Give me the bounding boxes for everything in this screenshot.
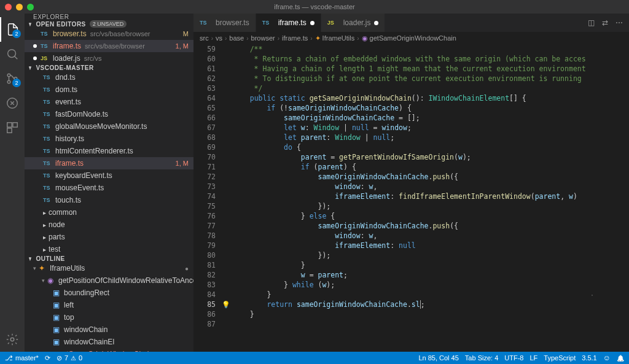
outline-item[interactable]: ▣windowChain <box>25 323 193 336</box>
folder-item[interactable]: ▸test <box>25 243 193 255</box>
file-item[interactable]: TSdom.ts <box>25 83 193 96</box>
feedback-icon[interactable] <box>603 354 611 362</box>
folder-header[interactable]: ▼ VSCODE-MASTER <box>25 64 193 71</box>
svg-rect-5 <box>7 123 12 127</box>
extensions-icon[interactable] <box>0 115 25 140</box>
editor-area: TSbrowser.tsTSiframe.tsJSloader.js ◫ ⇄ ⋯… <box>193 14 629 352</box>
breadcrumb-item[interactable]: ✦ IframeUtils <box>315 34 355 42</box>
unsaved-badge: 2 UNSAVED <box>90 20 127 28</box>
compare-icon[interactable]: ⇄ <box>602 18 608 27</box>
activity-bar: 2 2 <box>0 14 25 352</box>
file-item[interactable]: TSmouseEvent.ts <box>25 182 193 194</box>
maximize-window-button[interactable] <box>27 4 34 10</box>
svg-point-8 <box>10 338 14 341</box>
more-icon[interactable]: ⋯ <box>615 18 623 27</box>
outline-item[interactable]: ▣boundingRect <box>25 287 193 299</box>
eol[interactable]: LF <box>529 354 537 362</box>
cursor-position[interactable]: Ln 85, Col 45 <box>418 354 458 362</box>
file-item[interactable]: TSglobalMouseMoveMonitor.ts <box>25 120 193 133</box>
svg-point-0 <box>8 50 16 58</box>
open-editors-header[interactable]: ▼ OPEN EDITORS 2 UNSAVED <box>25 20 193 28</box>
outline-item[interactable]: ▣windowChainEl <box>25 336 193 348</box>
source-control-icon[interactable]: 2 <box>0 66 25 91</box>
file-item[interactable]: TSfastDomNode.ts <box>25 108 193 120</box>
folder-item[interactable]: ▸common <box>25 206 193 219</box>
close-window-button[interactable] <box>5 4 12 10</box>
problems[interactable]: 7 0 <box>57 354 82 362</box>
tab-size[interactable]: Tab Size: 4 <box>465 354 498 362</box>
outline-item[interactable]: ▣left <box>25 299 193 311</box>
ts-version[interactable]: 3.5.1 <box>582 354 596 362</box>
minimize-window-button[interactable] <box>16 4 23 10</box>
file-item[interactable]: TStouch.ts <box>25 194 193 206</box>
outline-item[interactable]: ▾✦IframeUtils● <box>25 262 193 274</box>
status-bar: ⎇ master* ⟳ 7 0 Ln 85, Col 45 Tab Size: … <box>0 352 629 364</box>
svg-point-1 <box>7 74 10 77</box>
breadcrumb-item[interactable]: vs <box>216 34 222 42</box>
outline-header[interactable]: ▼ OUTLINE <box>25 255 193 262</box>
svg-rect-7 <box>7 128 12 133</box>
outline-item[interactable]: ▾◉getPositionOfChildWindowRelativeToAnce… <box>25 274 193 287</box>
outline-item[interactable]: ▣top <box>25 311 193 323</box>
folder-item[interactable]: ▸parts <box>25 231 193 243</box>
settings-icon[interactable] <box>0 327 25 352</box>
search-icon[interactable] <box>0 42 25 66</box>
file-item[interactable]: TSkeyboardEvent.ts <box>25 169 193 182</box>
editor-tab[interactable]: TSbrowser.ts <box>193 14 256 32</box>
minimap[interactable] <box>586 44 629 352</box>
explorer-badge: 2 <box>12 29 21 38</box>
folder-item[interactable]: ▸node <box>25 219 193 231</box>
title-bar: iframe.ts — vscode-master <box>0 0 629 14</box>
explorer-icon[interactable]: 2 <box>0 17 25 42</box>
svg-rect-6 <box>13 123 17 127</box>
svg-point-2 <box>7 80 10 83</box>
traffic-lights <box>0 4 34 10</box>
file-item[interactable]: TShtmlContentRenderer.ts <box>25 145 193 157</box>
tab-bar: TSbrowser.tsTSiframe.tsJSloader.js ◫ ⇄ ⋯ <box>193 14 629 32</box>
window-title: iframe.ts — vscode-master <box>274 3 354 10</box>
editor-tab[interactable]: TSiframe.ts <box>256 14 321 32</box>
scm-badge: 2 <box>12 79 21 87</box>
file-item[interactable]: TSevent.ts <box>25 96 193 108</box>
breadcrumb-item[interactable]: base <box>229 34 244 42</box>
open-editor-item[interactable]: JSloader.jssrc/vs <box>25 52 193 64</box>
split-editor-icon[interactable]: ◫ <box>588 18 595 27</box>
language-mode[interactable]: TypeScript <box>544 354 576 362</box>
encoding[interactable]: UTF-8 <box>504 354 523 362</box>
git-branch[interactable]: ⎇ master* <box>5 354 39 362</box>
sidebar-title: EXPLORER <box>25 14 193 20</box>
debug-icon[interactable] <box>0 91 25 115</box>
sidebar: EXPLORER ▼ OPEN EDITORS 2 UNSAVED TSbrow… <box>25 14 193 352</box>
file-item[interactable]: TSiframe.ts1, M <box>25 157 193 169</box>
editor-tab[interactable]: JSloader.js <box>321 14 386 32</box>
breadcrumb-item[interactable]: src <box>200 34 209 42</box>
file-item[interactable]: TShistory.ts <box>25 133 193 145</box>
breadcrumb-item[interactable]: browser <box>251 34 275 42</box>
suggest-widget[interactable] <box>592 295 593 296</box>
breadcrumb-item[interactable]: iframe.ts <box>282 34 308 42</box>
code-editor[interactable]: 5960616263646566676869707172737475767778… <box>193 44 629 352</box>
notifications-icon[interactable] <box>617 355 624 362</box>
file-item[interactable]: TSdnd.ts <box>25 71 193 83</box>
open-editor-item[interactable]: TSiframe.tssrc/vs/base/browser1, M <box>25 40 193 52</box>
breadcrumb[interactable]: src›vs›base›browser›iframe.ts›✦ IframeUt… <box>193 32 629 44</box>
sync-icon[interactable]: ⟳ <box>45 354 50 362</box>
breadcrumb-item[interactable]: ◉ getSameOriginWindowChain <box>362 34 456 42</box>
open-editor-item[interactable]: TSbrowser.tssrc/vs/base/browserM <box>25 28 193 40</box>
